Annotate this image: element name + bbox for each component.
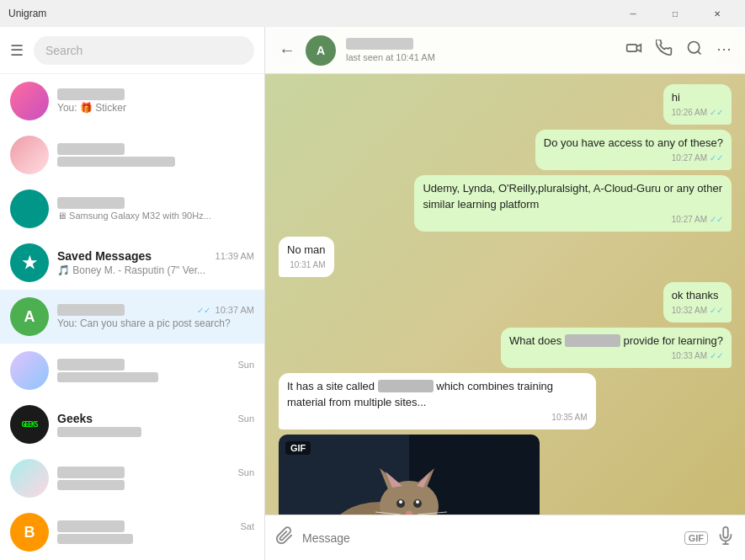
- list-item-geeks[interactable]: GEEKS Geeks Sun: [0, 397, 264, 451]
- message-bubble: No man 10:31 AM: [279, 237, 334, 277]
- close-button[interactable]: ✕: [698, 0, 737, 27]
- message-bubble: Udemy, Lynda, O'Reilly,pluralsight, A-Cl…: [414, 175, 732, 231]
- list-item[interactable]: You: 🎁 Sticker: [0, 74, 264, 128]
- chat-name: [57, 143, 125, 155]
- avatar: [10, 189, 49, 228]
- avatar: [10, 136, 49, 174]
- message-text: Do you have access to any of these?: [544, 136, 723, 151]
- chat-area: ← A last seen at 10:41 AM ⋯: [265, 27, 745, 560]
- chat-name: Saved Messages: [57, 249, 152, 263]
- avatar: [10, 82, 49, 120]
- chat-name: [57, 520, 125, 532]
- list-item[interactable]: 🖥 Samsung Galaxy M32 with 90Hz...: [0, 182, 264, 236]
- chat-preview: You: Can you share a pic post search?: [57, 317, 254, 329]
- contact-name-blurred: [346, 38, 413, 50]
- video-call-icon[interactable]: [625, 40, 642, 61]
- list-item[interactable]: Sun: [0, 344, 264, 397]
- more-options-icon[interactable]: ⋯: [716, 40, 732, 61]
- message-bubble: What does xxxx provide for learning? 10:…: [501, 328, 732, 368]
- read-receipt: ✓✓: [710, 305, 723, 317]
- read-receipt: ✓✓: [710, 214, 723, 226]
- message-text: It has a site called xxxx which combines…: [287, 379, 588, 409]
- list-item[interactable]: B Sat: [0, 505, 264, 559]
- chat-name: [57, 88, 125, 100]
- avatar: A: [10, 297, 49, 336]
- search-box[interactable]: Search: [34, 36, 254, 65]
- svg-rect-0: [627, 45, 637, 51]
- svg-line-2: [698, 51, 701, 55]
- message-bubble: hi 10:26 AM ✓✓: [663, 84, 732, 125]
- list-item-active[interactable]: A ✓✓ 10:37 AM You: Can you share a pic p…: [0, 290, 264, 344]
- titlebar: Unigram ─ □ ✕: [0, 0, 745, 27]
- message-bubble: It has a site called xxxx which combines…: [279, 373, 596, 429]
- chat-name: [57, 197, 125, 209]
- list-item[interactable]: [0, 128, 264, 182]
- search-placeholder: Search: [45, 44, 82, 57]
- gif-button[interactable]: GIF: [684, 531, 708, 545]
- avatar: [10, 351, 49, 390]
- chat-preview: You: 🎁 Sticker: [57, 102, 254, 114]
- chat-name: [57, 359, 125, 371]
- svg-point-1: [689, 42, 700, 53]
- read-receipt: ✓✓: [710, 107, 723, 119]
- sidebar-header: ☰ Search: [0, 27, 264, 74]
- chat-info: Geeks Sun: [57, 412, 254, 437]
- svg-point-15: [406, 510, 412, 515]
- minimize-button[interactable]: ─: [614, 0, 652, 27]
- sidebar: ☰ Search You: 🎁 Sticker: [0, 27, 265, 560]
- message-text: What does xxxx provide for learning?: [509, 333, 723, 349]
- chat-preview: 🎵 Boney M. - Rasputin (7" Ver...: [57, 264, 254, 276]
- contact-status: last seen at 10:41 AM: [346, 52, 615, 62]
- microphone-icon[interactable]: [716, 526, 735, 549]
- svg-point-13: [399, 500, 402, 504]
- message-text: No man: [287, 243, 326, 258]
- message-input[interactable]: [302, 522, 676, 554]
- search-chat-icon[interactable]: [686, 40, 703, 61]
- avatar: B: [10, 513, 49, 552]
- chat-info: Sat: [57, 520, 254, 544]
- message-row: ok thanks 10:32 AM ✓✓: [279, 282, 732, 323]
- chat-info: [57, 143, 254, 167]
- cat-gif-image: [279, 435, 540, 515]
- message-row: hi 10:26 AM ✓✓: [279, 84, 732, 125]
- svg-point-14: [416, 500, 419, 504]
- message-row: Udemy, Lynda, O'Reilly,pluralsight, A-Cl…: [279, 175, 732, 231]
- list-item-saved-messages[interactable]: ★ Saved Messages 11:39 AM 🎵 Boney M. - R…: [0, 236, 264, 290]
- chat-info: You: 🎁 Sticker: [57, 88, 254, 114]
- message-row: Do you have access to any of these? 10:2…: [279, 130, 732, 170]
- list-item[interactable]: Sun: [0, 451, 264, 505]
- attachment-icon[interactable]: [275, 526, 294, 549]
- gif-message: GIF 10:35 AM ✓✓: [279, 435, 540, 515]
- message-text: ok thanks: [672, 288, 723, 303]
- hamburger-icon[interactable]: ☰: [10, 41, 24, 60]
- contact-info: last seen at 10:41 AM: [346, 38, 615, 62]
- read-receipt: ✓✓: [710, 152, 723, 164]
- message-text: hi: [672, 90, 723, 105]
- message-row: It has a site called xxxx which combines…: [279, 373, 732, 429]
- message-bubble: Do you have access to any of these? 10:2…: [535, 130, 732, 170]
- chat-header: ← A last seen at 10:41 AM ⋯: [265, 27, 745, 74]
- contact-avatar: A: [306, 35, 336, 66]
- messages-container: hi 10:26 AM ✓✓ Do you have access to any…: [265, 74, 745, 515]
- read-indicator: ✓✓: [197, 306, 210, 315]
- phone-icon[interactable]: [656, 40, 673, 61]
- message-row: GIF 10:35 AM ✓✓: [279, 435, 732, 515]
- back-button[interactable]: ←: [279, 40, 295, 60]
- chat-info: ✓✓ 10:37 AM You: Can you share a pic pos…: [57, 304, 254, 329]
- maximize-button[interactable]: □: [656, 0, 694, 27]
- chat-preview: 🖥 Samsung Galaxy M32 with 90Hz...: [57, 211, 254, 221]
- message-bubble: ok thanks 10:32 AM ✓✓: [663, 282, 732, 323]
- chat-name: [57, 304, 125, 316]
- gif-label: GIF: [285, 441, 311, 455]
- chat-info: Saved Messages 11:39 AM 🎵 Boney M. - Ras…: [57, 249, 254, 276]
- chat-actions: ⋯: [625, 40, 732, 61]
- app-container: ☰ Search You: 🎁 Sticker: [0, 27, 745, 560]
- avatar: GEEKS: [10, 405, 49, 444]
- message-row: What does xxxx provide for learning? 10:…: [279, 328, 732, 368]
- message-row: No man 10:31 AM: [279, 237, 732, 277]
- chat-info: Sun: [57, 359, 254, 382]
- read-receipt: ✓✓: [710, 350, 723, 362]
- chat-info: Sun: [57, 467, 254, 490]
- message-input-area: GIF: [265, 515, 745, 560]
- chat-list: You: 🎁 Sticker: [0, 74, 264, 560]
